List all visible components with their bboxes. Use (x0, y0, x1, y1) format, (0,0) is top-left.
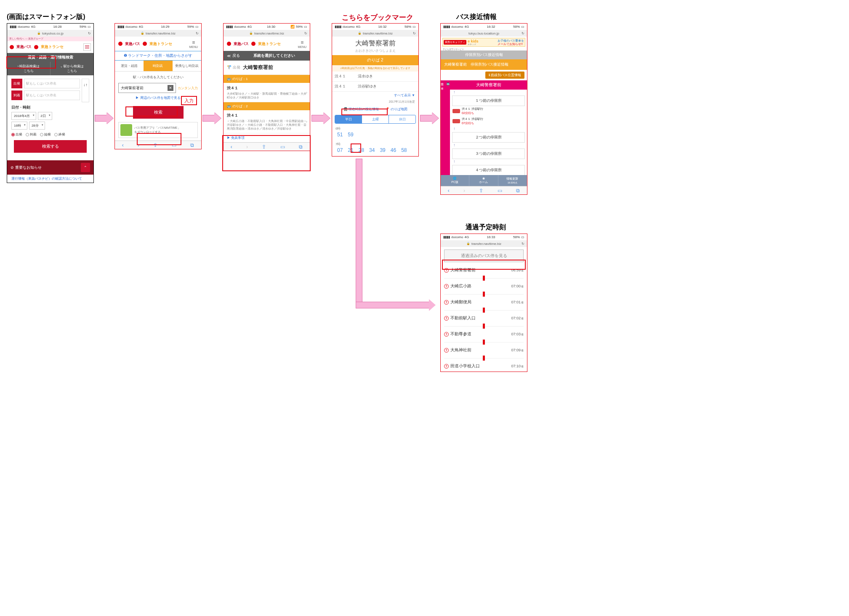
back-icon[interactable]: ‹ (448, 188, 450, 194)
landmark-link[interactable]: ❶ ランドマーク・住所・地図からさがす (115, 51, 201, 61)
clear-icon[interactable]: ✕ (168, 85, 173, 91)
forward-icon[interactable]: › (463, 188, 465, 194)
nav-refresh[interactable]: 情報更新16:32時点 (498, 175, 527, 186)
bookmarks-icon[interactable]: ▭ (498, 188, 502, 194)
stop-row[interactable]: ?大鳥神社前07:09着 (441, 345, 527, 356)
reload-icon[interactable]: ↻ (522, 32, 524, 35)
share-icon[interactable]: ⇪ (479, 188, 483, 194)
stop-row[interactable]: ?不動前駅入口07:02着 (441, 313, 527, 324)
stop-name: 田道小学校入口 (450, 363, 511, 369)
up-arrow-icon: ↑ (450, 90, 527, 94)
back-bar[interactable]: ≪戻る系統を選択してください (224, 51, 310, 61)
stop-input[interactable]: 大崎警察署前✕ (118, 83, 176, 93)
battery-icon: ▭ (195, 25, 199, 29)
minute-link[interactable]: 51 (337, 132, 343, 138)
screen-3: ▮▮▮▮docomo4G 16:30 📶59%▭ 🔒transfer.navit… (223, 23, 310, 151)
status-bar: ▮▮▮▮docomo4G 16:30 📶59%▭ (224, 24, 310, 30)
tab-direct[interactable]: 乗換なし時刻表 (173, 61, 201, 72)
battery-icon: ▭ (304, 25, 307, 29)
url-bar[interactable]: 🔒transfer.navitime.biz↻ (115, 30, 201, 37)
tabs-icon[interactable]: ⧉ (516, 188, 520, 194)
search-button[interactable]: 検索する (14, 140, 87, 153)
tab-fare[interactable]: 運賃・経路 (115, 61, 144, 72)
highlight-1 (6, 56, 56, 69)
radio-first[interactable]: 始発 (40, 132, 51, 137)
tab-timetable[interactable]: 時刻表 (144, 61, 172, 72)
tabs-icon[interactable]: ⧉ (190, 142, 194, 148)
show-all-link[interactable]: すべて表示 ▼ (332, 92, 418, 99)
reload-icon[interactable]: ↻ (522, 242, 524, 246)
route-item-1[interactable]: 渋４１大井町駅ゆき／＜大崎駅・新馬場駅前・青物横丁経由＞大井町ゆき／大崎駅西口ゆ… (224, 83, 310, 102)
swap-button[interactable]: ↓↑ (82, 79, 89, 102)
minute-link[interactable]: 34 (369, 147, 375, 153)
radio-last[interactable]: 終発 (54, 132, 65, 137)
input-departure[interactable]: 駅もしくはバス停名 (24, 79, 80, 88)
highlight-input (125, 106, 178, 117)
minute-link[interactable]: 39 (380, 147, 385, 153)
ad-logo: 東急セキュリティ (444, 40, 466, 45)
reload-icon[interactable]: ↻ (304, 32, 307, 35)
lock-icon: 🔒 (37, 32, 41, 35)
stop-row[interactable]: ?大崎郵便局07:01着 (441, 297, 527, 308)
nav-pc[interactable]: 🌐PC版 (441, 175, 469, 186)
stop-separator (444, 324, 524, 329)
stop-name: 大鳥神社前 (450, 347, 511, 353)
minute-link[interactable]: 58 (401, 147, 407, 153)
input-arrival[interactable]: 駅もしくはバス停名 (24, 90, 80, 100)
nav-home[interactable]: ◉ホーム (469, 175, 498, 186)
route-item-2[interactable]: 渋４１＜大崎広小路・不動前駅入口・大鳥神社前・中目黒駅経由＞渋谷駅ゆき／＜大崎広… (224, 110, 310, 133)
network: 4G (31, 25, 35, 29)
tab-saturday[interactable]: 土曜 (362, 115, 389, 123)
quick-input-link[interactable]: カンタン入力 (178, 86, 198, 90)
url-bar[interactable]: 🔒transfer.navitime.biz↻ (332, 30, 418, 37)
url-bar[interactable]: 🔒transfer.navitime.biz↻ (224, 30, 310, 37)
stop-marker-icon: ? (444, 300, 449, 305)
platform-map-link[interactable]: 📍のりば地図 (386, 107, 407, 112)
select-day[interactable]: 2日 (38, 112, 52, 120)
status-bar: ▮▮▮▮docomo4G 16:32 58%▭ (441, 24, 527, 30)
reload-icon[interactable]: ↻ (413, 32, 416, 35)
clock: 16:32 (487, 25, 495, 29)
stop-row[interactable]: ?田道小学校入口07:10着 (441, 361, 527, 372)
route-position-button[interactable]: ℹ 路線別バス位置情報 (485, 72, 524, 79)
prev-stop-4: ４つ前の停留所 (452, 165, 525, 175)
minute-link[interactable]: 46 (391, 147, 396, 153)
prev-stop-3: ３つ前の停留所 (452, 149, 525, 159)
notice-bar[interactable]: ⊘ 重要なお知らせ⌃ (7, 160, 93, 175)
menu-button[interactable]: ≡MENU (298, 40, 306, 48)
url-bar[interactable]: tokyu.bus-location.jp↻ (441, 30, 527, 37)
mode-tabs: 運賃・経路 時刻表 乗換なし時刻表 (115, 61, 201, 72)
stop-row[interactable]: ?大崎広小路07:00着 (441, 281, 527, 292)
brand-bus: 東急バス (16, 44, 32, 50)
menu-button[interactable] (83, 43, 91, 51)
logo-icon (143, 42, 147, 46)
info-link[interactable]: 運行情報（東急バスナビ）の確認方法について (7, 175, 93, 183)
menu-button[interactable]: ≡MENU (189, 40, 198, 48)
minute-link[interactable]: 59 (348, 132, 353, 138)
dest-row-2: 渋４１渋谷駅ゆき (332, 82, 418, 92)
radio-dep[interactable]: 出発 (11, 132, 22, 137)
radio-arr[interactable]: 到着 (26, 132, 37, 137)
clock: 16:28 (53, 25, 62, 29)
lock-icon: 🔒 (141, 32, 144, 35)
reload-icon[interactable]: ↻ (196, 32, 199, 35)
tab-weekday[interactable]: 平日 (335, 115, 362, 123)
up-arrow-icon: ↑ (450, 143, 527, 147)
stop-marker-icon: ? (444, 364, 449, 369)
tab-station[interactable]: ⌄ 駅から検索は こちら (51, 62, 93, 75)
minute-link[interactable]: 07 (337, 147, 343, 153)
current-stop: 大崎警察署前 (450, 80, 527, 90)
reload-icon[interactable]: ↻ (88, 32, 91, 35)
instruction: 駅・バス停名を入力してください (115, 72, 201, 83)
select-minute[interactable]: 28分 (29, 122, 45, 130)
stop-row[interactable]: ?不動尊参道07:03着 (441, 329, 527, 340)
url-bar[interactable]: 🔒tokyubus.co.jp↻ (7, 30, 93, 37)
back-icon[interactable]: ‹ (122, 142, 124, 148)
stop-name: 不動尊参道 (450, 331, 511, 337)
url-bar[interactable]: 🔒transfer.navitime.biz↻ (441, 240, 527, 247)
ad-banner[interactable]: 東急セキュリティ e kidsエキッズ お子様のバス乗車をメールでお知らせ!! (442, 38, 525, 47)
tab-holiday[interactable]: 休日 (389, 115, 415, 123)
select-month[interactable]: 2018年4月 (11, 112, 36, 120)
battery-icon: ▭ (521, 25, 524, 29)
select-hour[interactable]: 16時 (11, 122, 27, 130)
